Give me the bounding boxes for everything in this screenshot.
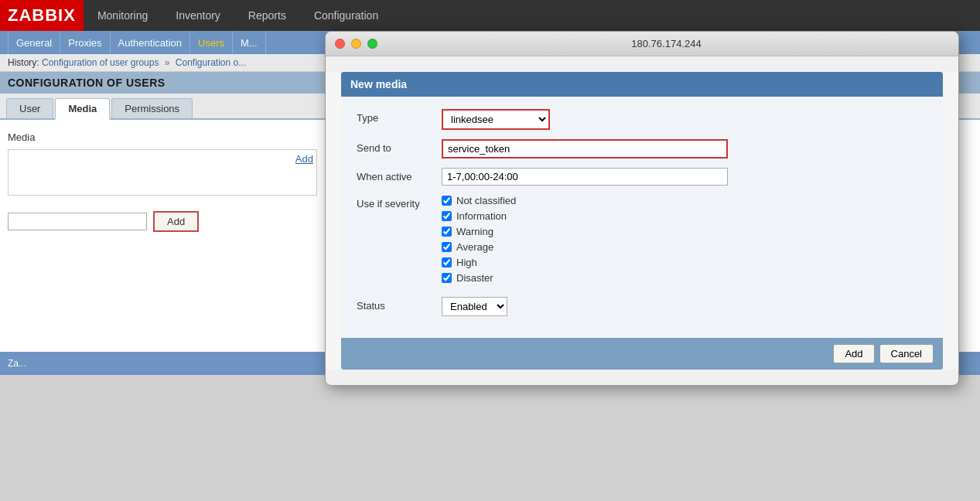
- sendto-control: [442, 139, 927, 158]
- nav-monitoring[interactable]: Monitoring: [84, 0, 162, 31]
- logo: ZABBIX: [0, 0, 84, 31]
- whenactive-input[interactable]: [442, 168, 728, 186]
- severity-average-label: Average: [456, 241, 493, 253]
- whenactive-row: When active: [357, 168, 927, 186]
- nav-inventory[interactable]: Inventory: [162, 0, 234, 31]
- dialog-cancel-button[interactable]: Cancel: [879, 344, 934, 363]
- sendto-label: Send to: [357, 139, 442, 154]
- tab-media[interactable]: Media: [55, 98, 110, 120]
- dialog-add-button[interactable]: Add: [833, 344, 874, 363]
- minimize-button-icon[interactable]: [351, 39, 361, 49]
- logo-text: ZABBIX: [8, 5, 76, 26]
- subnav-general[interactable]: General: [8, 31, 60, 54]
- breadcrumb-label: History:: [8, 57, 39, 68]
- maximize-button-icon[interactable]: [367, 39, 377, 49]
- status-label: Status: [357, 297, 442, 312]
- dialog-footer: Add Cancel: [341, 338, 943, 370]
- severity-not-classified-label: Not classified: [456, 195, 516, 206]
- subnav-users[interactable]: Users: [190, 31, 233, 54]
- popup-content: New media Type linkedsee Sen: [326, 72, 958, 370]
- nav-items: Monitoring Inventory Reports Configurati…: [84, 0, 392, 31]
- severity-average: Average: [442, 241, 927, 253]
- severity-warning: Warning: [442, 226, 927, 237]
- action-input[interactable]: [8, 213, 147, 230]
- severity-label: Use if severity: [357, 195, 442, 210]
- checkbox-warning[interactable]: [442, 227, 452, 237]
- severity-warning-label: Warning: [456, 226, 493, 237]
- status-select[interactable]: Enabled Disabled: [442, 297, 507, 316]
- checkbox-high[interactable]: [442, 257, 452, 268]
- severity-information-label: Information: [456, 210, 507, 222]
- severity-information: Information: [442, 210, 927, 222]
- breadcrumb-link-1[interactable]: Configuration of user groups: [42, 57, 159, 68]
- checkbox-information[interactable]: [442, 211, 452, 221]
- breadcrumb-link-2[interactable]: Configuration o...: [176, 57, 246, 68]
- severity-high-label: High: [456, 257, 477, 268]
- type-label: Type: [357, 109, 442, 124]
- severity-control: Not classified Information Warning: [442, 195, 927, 288]
- severity-high: High: [442, 257, 927, 268]
- dialog-body: Type linkedsee Send to: [341, 97, 943, 338]
- whenactive-label: When active: [357, 168, 442, 182]
- severity-row: Use if severity Not classified Informati…: [357, 195, 927, 288]
- popup-url: 180.76.174.244: [384, 38, 949, 49]
- subnav-proxies[interactable]: Proxies: [60, 31, 110, 54]
- nav-reports[interactable]: Reports: [234, 0, 300, 31]
- top-nav: ZABBIX Monitoring Inventory Reports Conf…: [0, 0, 980, 31]
- popup-titlebar: 180.76.174.244: [326, 32, 958, 56]
- checkbox-disaster[interactable]: [442, 273, 452, 283]
- severity-disaster: Disaster: [442, 272, 927, 284]
- add-media-link[interactable]: Add: [295, 153, 313, 165]
- page-title: CONFIGURATION OF USERS: [8, 77, 166, 89]
- subnav-media[interactable]: M...: [233, 31, 266, 54]
- dialog-title: New media: [341, 72, 943, 97]
- sendto-input[interactable]: [442, 139, 728, 158]
- checkbox-average[interactable]: [442, 242, 452, 252]
- status-control: Enabled Disabled: [442, 297, 927, 316]
- status-row: Status Enabled Disabled: [357, 297, 927, 316]
- type-select[interactable]: linkedsee: [442, 109, 550, 130]
- close-button-icon[interactable]: [335, 39, 345, 49]
- checkbox-not-classified[interactable]: [442, 196, 452, 206]
- tab-permissions[interactable]: Permissions: [111, 98, 193, 118]
- whenactive-control: [442, 168, 927, 186]
- tab-user[interactable]: User: [6, 98, 53, 118]
- footer-text: Za...: [8, 358, 26, 369]
- dialog-box: New media Type linkedsee Sen: [341, 72, 943, 370]
- subnav-authentication[interactable]: Authentication: [111, 31, 190, 54]
- sendto-row: Send to: [357, 139, 927, 158]
- severity-not-classified: Not classified: [442, 195, 927, 206]
- popup-window: 180.76.174.244 New media Type linkedsee: [325, 31, 959, 386]
- type-control: linkedsee: [442, 109, 927, 130]
- type-row: Type linkedsee: [357, 109, 927, 130]
- add-button[interactable]: Add: [153, 211, 199, 232]
- severity-disaster-label: Disaster: [456, 272, 493, 284]
- nav-configuration[interactable]: Configuration: [300, 0, 392, 31]
- media-table: Add: [8, 149, 317, 196]
